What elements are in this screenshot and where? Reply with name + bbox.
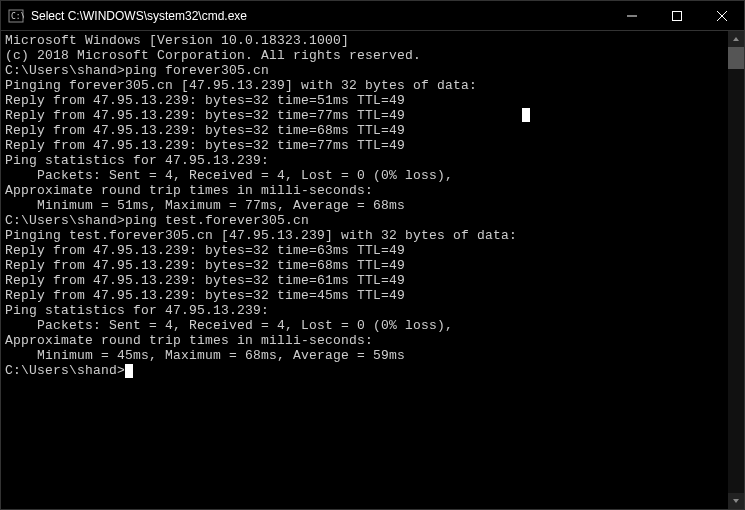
terminal-line: C:\Users\shand>ping forever305.cn xyxy=(5,63,740,78)
terminal-line: Minimum = 45ms, Maximum = 68ms, Average … xyxy=(5,348,740,363)
terminal-output[interactable]: Microsoft Windows [Version 10.0.18323.10… xyxy=(1,31,744,509)
terminal-line: Reply from 47.95.13.239: bytes=32 time=5… xyxy=(5,93,740,108)
terminal-line: C:\Users\shand> xyxy=(5,363,740,378)
terminal-line: Packets: Sent = 4, Received = 4, Lost = … xyxy=(5,318,740,333)
selection-cursor xyxy=(522,108,530,122)
scrollbar-thumb[interactable] xyxy=(728,47,744,69)
terminal-line: C:\Users\shand>ping test.forever305.cn xyxy=(5,213,740,228)
terminal-line: Reply from 47.95.13.239: bytes=32 time=6… xyxy=(5,258,740,273)
terminal-line: Reply from 47.95.13.239: bytes=32 time=7… xyxy=(5,108,740,123)
close-button[interactable] xyxy=(699,1,744,30)
terminal-line: Reply from 47.95.13.239: bytes=32 time=4… xyxy=(5,288,740,303)
cursor xyxy=(125,364,133,378)
window-controls xyxy=(609,1,744,30)
terminal-line: Ping statistics for 47.95.13.239: xyxy=(5,303,740,318)
svg-rect-3 xyxy=(672,11,681,20)
terminal-line: Pinging test.forever305.cn [47.95.13.239… xyxy=(5,228,740,243)
terminal-line: Reply from 47.95.13.239: bytes=32 time=6… xyxy=(5,243,740,258)
terminal-line: Reply from 47.95.13.239: bytes=32 time=6… xyxy=(5,273,740,288)
window-title: Select C:\WINDOWS\system32\cmd.exe xyxy=(31,9,609,23)
terminal-line: Reply from 47.95.13.239: bytes=32 time=6… xyxy=(5,123,740,138)
terminal-line: Minimum = 51ms, Maximum = 77ms, Average … xyxy=(5,198,740,213)
terminal-line: Pinging forever305.cn [47.95.13.239] wit… xyxy=(5,78,740,93)
scroll-down-button[interactable] xyxy=(728,493,744,509)
terminal-line: Ping statistics for 47.95.13.239: xyxy=(5,153,740,168)
scrollbar[interactable] xyxy=(728,31,744,509)
svg-text:C:\: C:\ xyxy=(11,12,24,21)
terminal-line: Reply from 47.95.13.239: bytes=32 time=7… xyxy=(5,138,740,153)
scroll-up-button[interactable] xyxy=(728,31,744,47)
terminal-line: Approximate round trip times in milli-se… xyxy=(5,333,740,348)
cmd-icon: C:\ xyxy=(8,8,24,24)
terminal-line: Packets: Sent = 4, Received = 4, Lost = … xyxy=(5,168,740,183)
terminal-line: Approximate round trip times in milli-se… xyxy=(5,183,740,198)
titlebar[interactable]: C:\ Select C:\WINDOWS\system32\cmd.exe xyxy=(1,1,744,31)
terminal-line: (c) 2018 Microsoft Corporation. All righ… xyxy=(5,48,740,63)
maximize-button[interactable] xyxy=(654,1,699,30)
terminal-line: Microsoft Windows [Version 10.0.18323.10… xyxy=(5,33,740,48)
minimize-button[interactable] xyxy=(609,1,654,30)
